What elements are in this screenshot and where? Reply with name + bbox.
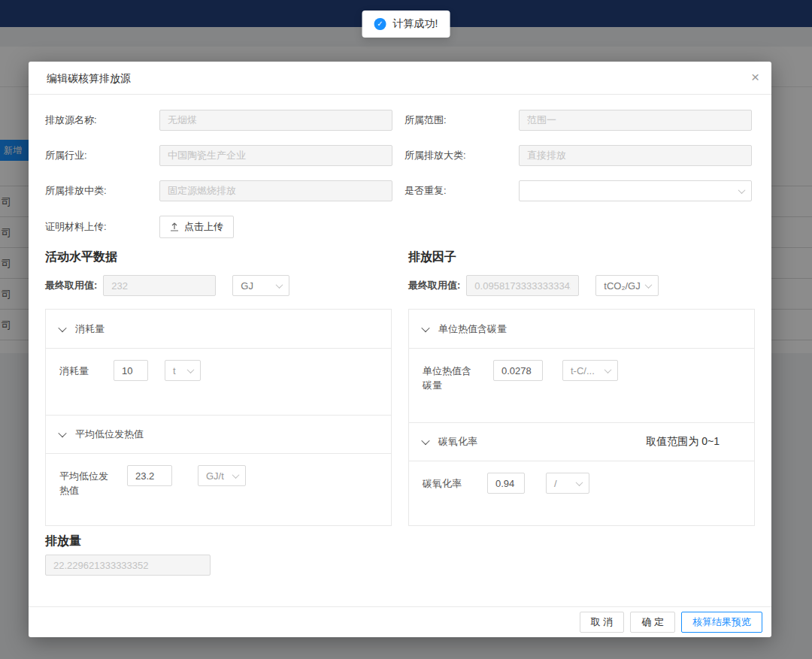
factor-column: 排放因子 最终取用值: tCO₂/GJ 单位热值含碳量	[408, 249, 755, 526]
close-icon[interactable]: ×	[751, 62, 759, 95]
upload-button[interactable]: 点击上传	[159, 216, 234, 238]
factor-card: 单位热值含碳量 单位热值含碳量 t-C/...	[408, 309, 755, 526]
chevron-down-icon	[738, 186, 746, 194]
activity-final-input	[103, 275, 216, 296]
chevron-down-icon	[576, 479, 583, 486]
heating-value-section-header[interactable]: 平均低位发热值	[46, 415, 391, 454]
consumption-unit-select[interactable]: t	[165, 360, 201, 381]
success-toast: ✓ 计算成功!	[362, 11, 450, 38]
modal-body: 排放源名称: 所属范围: 所属行业: 所属排放大类: 所属排放中类:	[29, 95, 771, 606]
ok-button[interactable]: 确 定	[630, 612, 675, 633]
form-row: 所属排放中类: 是否重复:	[45, 180, 755, 201]
carbon-content-field-row: 单位热值含碳量 t-C/...	[409, 349, 754, 422]
oxidation-rate-header-left: 碳氧化率	[423, 435, 477, 449]
oxidation-rate-field-row: 碳氧化率 /	[409, 461, 754, 505]
chevron-down-icon	[187, 366, 195, 373]
activity-column: 活动水平数据 最终取用值: GJ 消耗量	[45, 249, 392, 526]
industry-label: 所属行业:	[45, 149, 159, 162]
activity-final-label: 最终取用值:	[45, 279, 97, 292]
field-scope: 所属范围:	[404, 110, 755, 131]
collapse-chevron-icon	[421, 437, 429, 445]
factor-final-row: 最终取用值: tCO₂/GJ	[408, 275, 755, 296]
heating-value-header-left: 平均低位发热值	[59, 428, 144, 441]
activity-final-row: 最终取用值: GJ	[45, 275, 392, 296]
scope-input	[519, 110, 752, 131]
factor-unit-select[interactable]: tCO₂/GJ	[595, 275, 659, 296]
heating-value-label: 平均低位发热值	[59, 465, 114, 497]
consumption-header-left: 消耗量	[59, 322, 105, 336]
consumption-section-title: 消耗量	[75, 322, 105, 336]
carbon-content-header-left: 单位热值含碳量	[423, 322, 507, 336]
form-row: 所属行业: 所属排放大类:	[45, 145, 755, 166]
carbon-content-label: 单位热值含碳量	[423, 360, 477, 392]
heating-value-unit: GJ/t	[206, 470, 224, 482]
form-row: 排放源名称: 所属范围:	[45, 110, 755, 131]
oxidation-rate-hint: 取值范围为 0~1	[646, 435, 741, 449]
consumption-section-header[interactable]: 消耗量	[46, 310, 391, 349]
field-major-category: 所属排放大类:	[404, 145, 755, 166]
consumption-label: 消耗量	[59, 360, 114, 378]
carbon-content-unit: t-C/...	[571, 365, 595, 376]
oxidation-rate-unit-select[interactable]: /	[546, 473, 589, 494]
emission-result-input	[45, 555, 211, 576]
cancel-button[interactable]: 取 消	[580, 612, 625, 633]
oxidation-rate-section-header[interactable]: 碳氧化率 取值范围为 0~1	[409, 422, 754, 461]
edit-emission-source-modal: 编辑碳核算排放源 × 排放源名称: 所属范围: 所属行业: 所属排放大类:	[29, 62, 771, 637]
carbon-content-input[interactable]	[493, 360, 543, 381]
major-category-label: 所属排放大类:	[404, 149, 519, 162]
carbon-content-unit-select[interactable]: t-C/...	[562, 360, 618, 381]
field-upload: 证明材料上传: 点击上传	[45, 216, 401, 238]
activity-section-title: 活动水平数据	[45, 249, 392, 265]
upload-icon	[170, 222, 179, 231]
form-row: 证明材料上传: 点击上传	[45, 216, 755, 238]
major-category-input	[519, 145, 752, 166]
factor-unit-value: tCO₂/GJ	[604, 280, 640, 292]
heating-value-field-row: 平均低位发热值 GJ/t	[46, 454, 391, 509]
consumption-input[interactable]	[114, 360, 148, 381]
consumption-field-row: 消耗量 t	[46, 349, 391, 415]
source-name-input	[159, 110, 392, 131]
modal-header: 编辑碳核算排放源 ×	[29, 62, 771, 95]
modal-title: 编辑碳核算排放源	[47, 72, 131, 84]
factor-final-label: 最终取用值:	[408, 279, 460, 292]
emission-title: 排放量	[45, 534, 755, 548]
oxidation-rate-unit: /	[554, 478, 557, 489]
heating-value-section-title: 平均低位发热值	[75, 428, 144, 441]
upload-button-label: 点击上传	[184, 220, 223, 234]
chevron-down-icon	[232, 471, 240, 479]
upload-label: 证明材料上传:	[45, 220, 159, 234]
field-duplicate: 是否重复:	[404, 180, 755, 201]
heating-value-input[interactable]	[127, 465, 172, 486]
data-sections: 活动水平数据 最终取用值: GJ 消耗量	[45, 249, 755, 526]
chevron-down-icon	[276, 281, 283, 289]
modal-footer: 取 消 确 定 核算结果预览	[29, 606, 771, 637]
scope-label: 所属范围:	[404, 113, 519, 127]
oxidation-rate-section-title: 碳氧化率	[438, 435, 477, 449]
result-preview-button[interactable]: 核算结果预览	[681, 612, 762, 633]
collapse-chevron-icon	[58, 429, 66, 437]
carbon-content-section-title: 单位热值含碳量	[438, 322, 507, 336]
consumption-unit-value: t	[173, 365, 176, 376]
mid-category-input	[159, 180, 392, 201]
mid-category-label: 所属排放中类:	[45, 184, 159, 198]
activity-card: 消耗量 消耗量 t	[45, 309, 392, 526]
chevron-down-icon	[604, 366, 612, 373]
field-industry: 所属行业:	[45, 145, 395, 166]
check-circle-icon: ✓	[374, 18, 386, 30]
collapse-chevron-icon	[58, 323, 66, 331]
oxidation-rate-input[interactable]	[487, 473, 525, 494]
factor-section-title: 排放因子	[408, 249, 755, 265]
carbon-content-section-header[interactable]: 单位热值含碳量	[409, 310, 754, 349]
duplicate-select[interactable]	[519, 180, 752, 201]
field-mid-category: 所属排放中类:	[45, 180, 395, 201]
source-name-label: 排放源名称:	[45, 113, 159, 127]
activity-unit-value: GJ	[241, 280, 253, 292]
collapse-chevron-icon	[421, 323, 429, 331]
toast-message: 计算成功!	[393, 17, 438, 31]
chevron-down-icon	[645, 281, 653, 289]
duplicate-label: 是否重复:	[404, 184, 519, 198]
activity-unit-select[interactable]: GJ	[232, 275, 289, 296]
heating-value-unit-select[interactable]: GJ/t	[198, 465, 246, 486]
oxidation-rate-label: 碳氧化率	[423, 473, 477, 491]
factor-final-input	[466, 275, 579, 296]
